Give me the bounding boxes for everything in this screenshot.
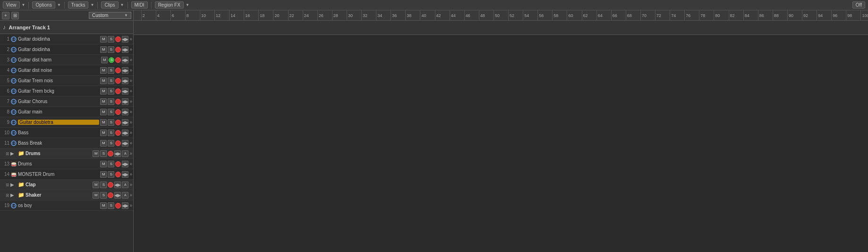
arranger-title: Arranger Track 1 bbox=[9, 25, 50, 30]
svg-point-6 bbox=[11, 58, 16, 62]
ruler-tick: 76 bbox=[684, 10, 690, 20]
sep5 bbox=[151, 2, 152, 9]
svg-point-15 bbox=[11, 89, 16, 94]
sep2 bbox=[64, 2, 65, 9]
ruler-tick: 38 bbox=[405, 10, 411, 20]
ruler-tick: 28 bbox=[332, 10, 338, 20]
ruler-tick: 44 bbox=[450, 10, 456, 20]
left-panel: + ⊞ Custom ▼ ♪ Arranger Track 1 1 Guitar… bbox=[0, 10, 134, 252]
left-top-controls: + ⊞ Custom ▼ bbox=[0, 10, 133, 21]
track-controls: M S ◀▶ A » bbox=[93, 182, 132, 188]
ruler-tick: 56 bbox=[537, 10, 544, 20]
svg-point-3 bbox=[11, 47, 16, 52]
ruler-tick: 80 bbox=[714, 10, 720, 20]
main-layout: + ⊞ Custom ▼ ♪ Arranger Track 1 1 Guitar… bbox=[0, 10, 868, 252]
ruler-tick: 62 bbox=[582, 10, 588, 20]
midi-icon bbox=[10, 119, 17, 126]
ruler-tick: 32 bbox=[361, 10, 367, 20]
ruler-tick: 66 bbox=[611, 10, 617, 20]
folder-track-row: ⊞ ▶ 📁 Clap M S ◀▶ A » bbox=[0, 180, 133, 190]
track-row: 10 Bass M S ◀▶ » bbox=[0, 128, 133, 138]
svg-point-9 bbox=[11, 68, 16, 73]
ruler-tick: 52 bbox=[508, 10, 514, 20]
tracks-menu[interactable]: Tracks bbox=[68, 1, 89, 9]
midi-icon bbox=[10, 46, 17, 53]
ruler-numbers: 2468101214161820222426283032343638404244… bbox=[134, 10, 868, 20]
ruler-tick: 86 bbox=[758, 10, 764, 20]
ruler-tick: 46 bbox=[464, 10, 470, 20]
clips-menu[interactable]: Clips bbox=[101, 1, 118, 9]
track-controls: M S ◀▶ » bbox=[100, 130, 132, 136]
midi-icon bbox=[10, 140, 17, 147]
ruler-tick: 20 bbox=[273, 10, 279, 20]
ruler-tick: 22 bbox=[288, 10, 294, 20]
folder-track-row: ⊞ ▶ 📁 Drums M S ◀▶ A » bbox=[0, 148, 133, 159]
track-row: 9 Guitar doubletra M S ◀▶ » bbox=[0, 117, 133, 128]
midi-icon bbox=[10, 57, 17, 63]
ruler-tick: 8 bbox=[185, 10, 189, 20]
toolbar: View ▼ Options ▼ Tracks ▼ Clips ▼ MIDI R… bbox=[0, 0, 868, 10]
midi-icon bbox=[10, 130, 17, 136]
svg-point-12 bbox=[11, 78, 16, 83]
region-arrow: ▼ bbox=[186, 3, 189, 7]
track-row: 1 Guitar doidinha M S ◀▶ » bbox=[0, 34, 133, 44]
track-controls: M S ◀▶ » bbox=[100, 78, 132, 84]
ruler-tick: 88 bbox=[773, 10, 779, 20]
track-row: 13 🥁 Drums M S ◀▶ » bbox=[0, 159, 133, 169]
ruler-tick: 74 bbox=[670, 10, 676, 20]
right-panel: 2468101214161820222426283032343638404244… bbox=[134, 10, 868, 252]
ruler-tick: 24 bbox=[303, 10, 309, 20]
add-track-button[interactable]: + bbox=[2, 12, 9, 19]
ruler-tick: 34 bbox=[376, 10, 382, 20]
track-controls: M S ◀▶ » bbox=[101, 57, 132, 63]
folder-icon: 📁 bbox=[18, 192, 25, 199]
track-row: 4 Guitar dist noise M S ◀▶ » bbox=[0, 65, 133, 76]
view-menu[interactable]: View bbox=[3, 1, 20, 9]
svg-point-24 bbox=[11, 120, 16, 125]
arranger-label-row: ♪ Arranger Track 1 bbox=[0, 21, 133, 34]
svg-point-33 bbox=[11, 203, 16, 208]
drum-icon: 🥁 bbox=[10, 171, 17, 178]
timeline bbox=[134, 35, 868, 252]
custom-dropdown[interactable]: Custom ▼ bbox=[89, 12, 131, 19]
region-fx-menu[interactable]: Region FX bbox=[155, 1, 184, 9]
track-controls: M S ◀▶ » bbox=[100, 46, 132, 53]
track-row: 14 🥁 MONSTER Drum M S ◀▶ » bbox=[0, 169, 133, 180]
folder-track-row: ⊞ ▶ 📁 Shaker M S ◀▶ A » bbox=[0, 190, 133, 200]
ruler-tick: 14 bbox=[229, 10, 235, 20]
ruler-tick: 96 bbox=[831, 10, 837, 20]
ruler-tick: 40 bbox=[420, 10, 426, 20]
ruler-tick: 10 bbox=[200, 10, 206, 20]
track-controls: M S ◀▶ A » bbox=[93, 150, 132, 157]
ruler-tick: 36 bbox=[391, 10, 397, 20]
off-button[interactable]: Off bbox=[852, 1, 865, 9]
ruler-tick: 70 bbox=[640, 10, 647, 20]
track-controls: M S ◀▶ » bbox=[100, 67, 132, 74]
svg-point-21 bbox=[11, 110, 16, 114]
track-row: 6 Guitar Trem bckg M S ◀▶ » bbox=[0, 86, 133, 96]
custom-label: Custom bbox=[92, 13, 108, 18]
folder-icon: 📁 bbox=[18, 150, 25, 157]
custom-arrow: ▼ bbox=[124, 13, 128, 17]
ruler-tick: 48 bbox=[479, 10, 485, 20]
midi-menu[interactable]: MIDI bbox=[131, 1, 148, 9]
track-controls: M S ◀▶ » bbox=[100, 98, 132, 105]
midi-icon bbox=[10, 78, 17, 84]
midi-icon bbox=[10, 67, 17, 74]
track-controls: M S ◀▶ » bbox=[100, 202, 132, 209]
ruler-tick: 94 bbox=[817, 10, 823, 20]
ruler-tick: 72 bbox=[655, 10, 661, 20]
svg-point-27 bbox=[11, 130, 16, 135]
track-row: 3 Guitar dist harm M S ◀▶ » bbox=[0, 55, 133, 65]
track-controls: M S ◀▶ » bbox=[100, 88, 132, 95]
track-row: 2 Guitar doidinha M S ◀▶ » bbox=[0, 44, 133, 55]
svg-point-18 bbox=[11, 99, 16, 104]
track-controls: M S ◀▶ » bbox=[100, 161, 132, 167]
arrange-button[interactable]: ⊞ bbox=[11, 12, 19, 19]
tracks-arrow: ▼ bbox=[90, 3, 94, 7]
ruler-tick: 2 bbox=[141, 10, 145, 20]
options-menu[interactable]: Options bbox=[32, 1, 55, 9]
ruler-tick: 16 bbox=[244, 10, 250, 20]
track-row: 5 Guitar Trem nois M S ◀▶ » bbox=[0, 76, 133, 86]
midi-icon bbox=[10, 88, 17, 95]
